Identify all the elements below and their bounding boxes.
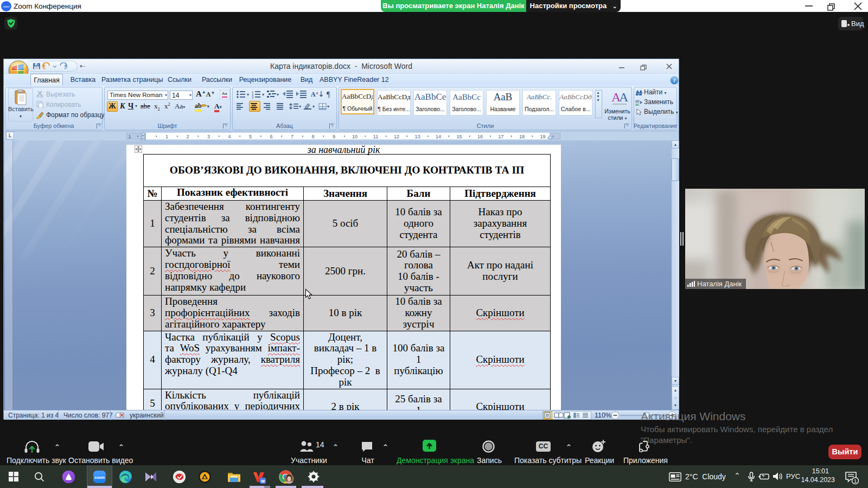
svg-text:3: 3	[252, 96, 254, 99]
svg-text:zoom: zoom	[3, 5, 9, 8]
svg-text:11: 11	[373, 134, 378, 139]
svg-text:▾: ▾	[312, 104, 315, 109]
svg-text:2: 2	[186, 134, 189, 139]
svg-text:12: 12	[394, 134, 399, 139]
svg-text:¶: ¶	[327, 91, 330, 99]
svg-text:zoom: zoom	[94, 475, 105, 480]
svg-text:6: 6	[270, 134, 272, 139]
svg-text:▾: ▾	[327, 104, 329, 109]
svg-text:5: 5	[249, 134, 252, 139]
svg-text:▾: ▾	[262, 92, 264, 97]
svg-text:17: 17	[498, 134, 503, 139]
svg-text:4: 4	[228, 134, 231, 139]
svg-text:1: 1	[128, 134, 131, 139]
svg-text:1: 1	[165, 134, 168, 139]
svg-text:13: 13	[414, 134, 420, 139]
svg-text:Я: Я	[316, 91, 318, 95]
svg-text:Aа: Aа	[222, 91, 227, 96]
svg-text:10: 10	[352, 134, 358, 139]
svg-text:19: 19	[540, 134, 545, 139]
svg-text:?: ?	[673, 77, 676, 84]
svg-text:▾: ▾	[299, 104, 301, 109]
svg-text:w: w	[260, 478, 265, 484]
svg-text:8: 8	[311, 134, 314, 139]
svg-text:3: 3	[207, 134, 210, 139]
svg-text:14: 14	[436, 134, 441, 139]
svg-text:1: 1	[854, 478, 857, 484]
svg-text:7: 7	[291, 134, 293, 139]
svg-text:A: A	[619, 90, 629, 104]
svg-text:▾: ▾	[277, 92, 279, 97]
svg-text:15: 15	[456, 134, 462, 139]
svg-text:ac: ac	[635, 102, 640, 106]
svg-text:9: 9	[333, 134, 335, 139]
svg-text:А: А	[311, 91, 316, 98]
svg-text:▾: ▾	[247, 92, 249, 97]
svg-text:18: 18	[519, 134, 525, 139]
svg-text:16: 16	[477, 134, 483, 139]
